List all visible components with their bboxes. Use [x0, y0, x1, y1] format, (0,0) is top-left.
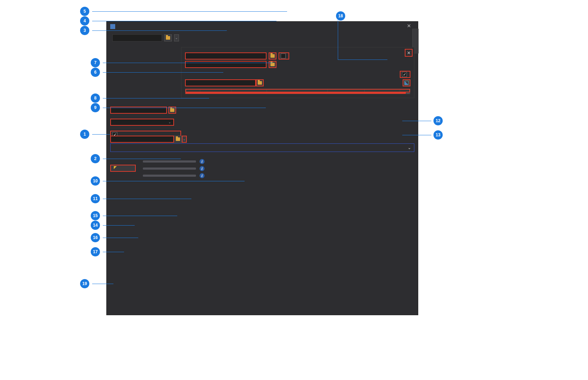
- callout-bubble: 7: [91, 58, 100, 67]
- col-point-export[interactable]: [231, 90, 267, 92]
- folder-icon: [166, 36, 170, 40]
- callout-bubble: 16: [91, 233, 100, 242]
- cda-peer-checkbox[interactable]: [281, 53, 286, 58]
- folder-icon: [176, 137, 180, 141]
- info-icon[interactable]: i: [200, 166, 205, 171]
- callout-bubble: 3: [80, 26, 89, 35]
- callout-bubble: 10: [91, 176, 100, 186]
- callout-bubble: 13: [433, 130, 443, 140]
- automap-icon: [404, 81, 409, 85]
- automap-checkbox[interactable]: [402, 72, 407, 77]
- folder-icon: [270, 63, 275, 66]
- callout-bubble: 11: [91, 194, 100, 203]
- session-dropdown-button[interactable]: ⌄: [174, 34, 179, 41]
- grid-highlighted-rows: [185, 92, 410, 94]
- grid-header-row: [185, 89, 410, 92]
- logical-view-pdf-input[interactable]: [185, 61, 267, 68]
- source-files-browse-button[interactable]: [174, 136, 182, 143]
- scrollbar-thumb[interactable]: [406, 93, 410, 94]
- info-icon[interactable]: i: [200, 159, 205, 164]
- bottom-tabs: [107, 312, 418, 315]
- col-pdf-print[interactable]: [328, 90, 365, 92]
- folder-icon: [258, 81, 262, 85]
- automap-button[interactable]: [403, 79, 410, 86]
- callout-bubble: 4: [80, 16, 89, 25]
- target-platform-select[interactable]: ⌄: [110, 119, 174, 126]
- callout-bubble: 12: [433, 116, 443, 125]
- callout-bubble: 6: [91, 68, 100, 77]
- fsc-mapping-panel: ✕: [181, 47, 414, 98]
- titlebar: ✕: [107, 22, 418, 32]
- callout-bubble: 15: [91, 211, 100, 220]
- lightning-icon: [114, 166, 117, 170]
- callout-bubble: 1: [80, 130, 89, 139]
- app-icon: [110, 24, 115, 29]
- grid-body: [185, 92, 410, 94]
- callout-bubble: 18: [336, 11, 345, 21]
- col-ip[interactable]: [365, 90, 400, 92]
- template-styles-expander[interactable]: ⌄: [110, 143, 414, 152]
- callout-bubble: 17: [91, 247, 100, 256]
- parse-progress-bar: [143, 160, 196, 163]
- col-ee[interactable]: [200, 90, 231, 92]
- import-button[interactable]: [110, 165, 136, 172]
- close-mapping-button[interactable]: ✕: [405, 49, 413, 57]
- import-type-dropdown[interactable]: ⌄: [182, 136, 187, 143]
- root-folder-input[interactable]: [185, 79, 256, 86]
- grid-scrollbar[interactable]: [406, 92, 410, 94]
- callout-bubble: 8: [91, 93, 100, 103]
- callout-bubble: 19: [80, 279, 89, 288]
- fsc-mapping-grid: [185, 89, 410, 94]
- import-progress-bar: [143, 168, 196, 170]
- session-filename-input[interactable]: [112, 34, 162, 41]
- col-fld-properties[interactable]: [267, 90, 328, 92]
- logical-view-browse-button[interactable]: [269, 61, 276, 68]
- automap-option[interactable]: [400, 71, 410, 78]
- folder-icon: [170, 108, 174, 112]
- callout-bubble: 2: [91, 154, 100, 163]
- collection-pdf-input[interactable]: [185, 52, 267, 59]
- chevron-down-icon: ⌄: [408, 145, 411, 150]
- app-window: ✕ ⌄ ✕: [106, 21, 418, 315]
- chevron-down-icon: ⌄: [168, 120, 171, 124]
- source-files-input[interactable]: [110, 136, 174, 143]
- collection-pdf-browse-button[interactable]: [269, 52, 276, 59]
- callout-bubble: 9: [91, 103, 100, 112]
- callout-bubble: 14: [91, 221, 100, 230]
- col-enable[interactable]: [186, 90, 200, 92]
- root-folder-browse-button[interactable]: [256, 79, 264, 86]
- callout-bubble: 5: [80, 7, 89, 16]
- asset-progress-bar: [143, 175, 196, 177]
- info-icon[interactable]: i: [200, 173, 205, 178]
- session-browse-button[interactable]: [164, 34, 172, 41]
- folder-icon: [270, 54, 275, 58]
